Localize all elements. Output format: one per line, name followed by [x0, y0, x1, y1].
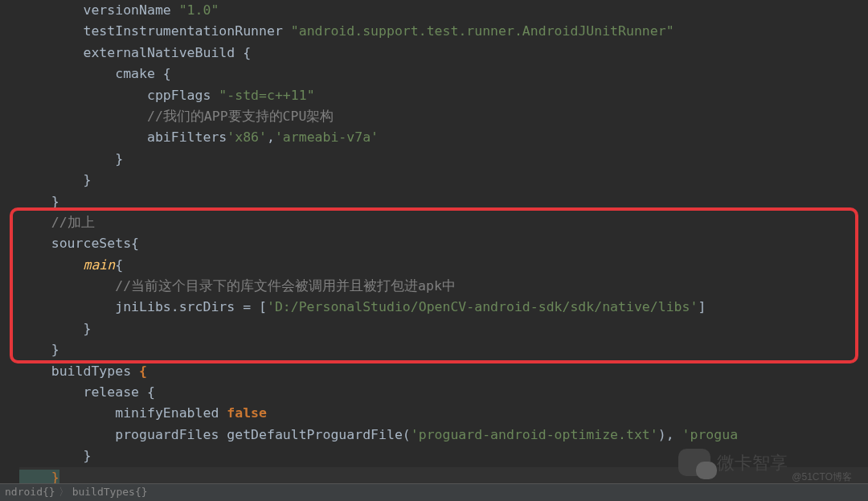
- breadcrumb-bar[interactable]: ndroid{} 〉 buildTypes{}: [0, 483, 868, 501]
- code-line: externalNativeBuild {: [19, 43, 868, 64]
- code-line: jniLibs.srcDirs = ['D:/PersonalStudio/Op…: [19, 297, 868, 318]
- code-line: release {: [19, 382, 868, 403]
- breadcrumb-item[interactable]: ndroid{}: [5, 484, 55, 501]
- code-line: buildTypes {: [19, 361, 868, 382]
- watermark-attribution: @51CTO博客: [792, 470, 852, 485]
- code-line: proguardFiles getDefaultProguardFile('pr…: [19, 425, 868, 446]
- code-line: //加上: [19, 212, 868, 233]
- code-line: }: [19, 318, 868, 339]
- code-line: testInstrumentationRunner "android.suppo…: [19, 21, 868, 42]
- code-line: abiFilters'x86','armeabi-v7a': [19, 127, 868, 148]
- breadcrumb-item[interactable]: buildTypes{}: [72, 484, 148, 501]
- code-line: main{: [19, 255, 868, 276]
- wechat-icon: [678, 449, 710, 476]
- code-line: }: [19, 149, 868, 170]
- code-line: }: [19, 191, 868, 212]
- code-line: //我们的APP要支持的CPU架构: [19, 106, 868, 127]
- code-line: cppFlags "-std=c++11": [19, 85, 868, 106]
- watermark-logo: 微卡智享: [678, 449, 788, 477]
- code-line: sourceSets{: [19, 233, 868, 254]
- code-line: cmake {: [19, 64, 868, 84]
- chevron-right-icon: 〉: [59, 484, 69, 501]
- code-line: versionName "1.0": [19, 0, 868, 21]
- code-line: minifyEnabled false: [19, 403, 868, 424]
- code-line: }: [19, 339, 868, 360]
- watermark-text: 微卡智享: [717, 449, 788, 477]
- code-editor[interactable]: versionName "1.0" testInstrumentationRun…: [0, 0, 868, 488]
- code-line: }: [19, 170, 868, 191]
- code-line: //当前这个目录下的库文件会被调用并且被打包进apk中: [19, 276, 868, 297]
